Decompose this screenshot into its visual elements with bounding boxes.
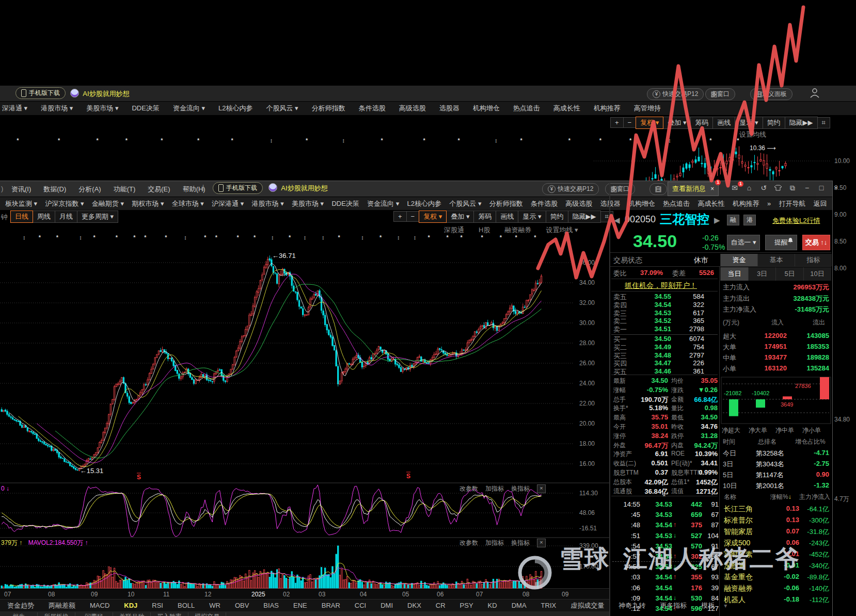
- grid-label: 外盘: [613, 441, 626, 450]
- indicator-tab-RSI[interactable]: RSI: [145, 602, 170, 609]
- kdj-ctrl-加指标[interactable]: 加指标: [485, 484, 504, 493]
- bottom-tab-买入胜率[interactable]: 买入胜率: [151, 612, 188, 616]
- bottom-tab-问董秘[interactable]: 问董秘: [75, 612, 113, 616]
- indicator-tab-虚拟成交量[interactable]: 虚拟成交量: [563, 601, 611, 610]
- month-tick-07: 07: [476, 591, 483, 598]
- indicator-tab-DKX[interactable]: DKX: [400, 602, 429, 609]
- trade-button[interactable]: 交易 ↑↓: [802, 235, 830, 250]
- period-日线[interactable]: 日线: [10, 210, 33, 223]
- indicator-tab-CCI[interactable]: CCI: [347, 602, 373, 609]
- rank-pct: 0.90: [798, 471, 829, 478]
- quote-tab-基本[interactable]: 基本: [757, 254, 795, 266]
- vol-ctrl-加指标[interactable]: 加指标: [485, 539, 504, 547]
- fg-nav-热点追击[interactable]: 热点追击: [663, 199, 690, 208]
- fg-nav-打开导航[interactable]: 打开导航: [779, 199, 805, 208]
- sector-pct: -0.18: [773, 595, 799, 603]
- undo-icon[interactable]: ↺: [758, 183, 769, 192]
- sector-pct: 0.13: [773, 516, 799, 524]
- flow-value: -31485万元: [767, 305, 829, 314]
- bottom-tab-关联品种[interactable]: 关联品种: [113, 612, 151, 616]
- fg-nav-返回[interactable]: 返回: [814, 199, 827, 208]
- rank-value: 第3258名: [756, 449, 784, 458]
- kdj-close-icon[interactable]: ×: [537, 484, 546, 493]
- tick-count: 87: [704, 521, 719, 529]
- sector-head-sort[interactable]: 涨幅%↓: [770, 493, 791, 501]
- sector-name[interactable]: 机器人: [724, 595, 746, 605]
- tick-price: 34.53: [645, 500, 672, 508]
- indicator-tab-KD[interactable]: KD: [481, 602, 504, 609]
- rank-value: 第2001名: [756, 481, 784, 491]
- indicator-tab-MACD[interactable]: MACD: [83, 602, 117, 609]
- grid-value: ▼0.26: [679, 386, 718, 394]
- indicator-tab-KDJ[interactable]: KDJ: [117, 602, 145, 609]
- fg-nav-机构增仓[interactable]: 机构增仓: [628, 199, 655, 208]
- kdj-ctrl-改参数[interactable]: 改参数: [459, 484, 478, 493]
- indicator-tab-WR[interactable]: WR: [202, 602, 228, 609]
- bottom-tab-相生[interactable]: 相生: [0, 612, 38, 616]
- watchlist-button[interactable]: 自选一 ▾: [727, 235, 760, 250]
- indicator-tab-资金趋势[interactable]: 资金趋势: [0, 601, 41, 610]
- fund-tab-10日[interactable]: 10日: [803, 267, 831, 281]
- indicator-tab-TRIX[interactable]: TRIX: [534, 602, 564, 609]
- svg-text:*: *: [461, 234, 463, 240]
- orderbook-volume: 226: [674, 359, 704, 367]
- indicator-tab-两融差额[interactable]: 两融差额: [41, 601, 83, 610]
- fg-custom-panel-button[interactable]: 自: [649, 183, 667, 195]
- home-icon[interactable]: ⌂: [743, 183, 755, 192]
- sector-name[interactable]: 智能家居: [724, 527, 753, 537]
- sector-name[interactable]: 标准普尔: [724, 516, 753, 525]
- restore-icon[interactable]: ⧉: [787, 183, 798, 192]
- skin-icon[interactable]: [772, 183, 784, 192]
- fund-tab-5日[interactable]: 5日: [775, 267, 803, 281]
- month-tick-10: 10: [128, 591, 134, 598]
- kdj-ctrl-换指标[interactable]: 换指标: [511, 484, 530, 493]
- tick-arrow: ↓: [673, 532, 676, 539]
- indicator-tab-ENE[interactable]: ENE: [286, 602, 314, 609]
- open-account-ad[interactable]: 抓住机会，即刻开户！: [625, 281, 697, 290]
- new-message-tooltip[interactable]: 查看新消息 × 1: [668, 182, 719, 196]
- svg-text:*: *: [568, 137, 571, 143]
- indicator-tab-BIAS[interactable]: BIAS: [256, 602, 286, 609]
- fg-nav-高成长性[interactable]: 高成长性: [698, 199, 724, 208]
- hk-connect-badge[interactable]: 港: [743, 215, 756, 225]
- bottom-tab-所属板块[interactable]: 所属板块: [38, 612, 75, 616]
- indicator-tab-PSY[interactable]: PSY: [453, 602, 481, 609]
- bottom-tab-模拟交易[interactable]: 模拟交易: [188, 612, 226, 616]
- svg-text:114.30: 114.30: [579, 490, 598, 497]
- month-tick-03: 03: [319, 591, 325, 598]
- margin-badge[interactable]: 融: [727, 215, 739, 225]
- indicator-tab-BRAR[interactable]: BRAR: [314, 602, 347, 609]
- fg-tool-复权[interactable]: 复权 ▾: [419, 210, 447, 223]
- tick-volume: 375: [679, 521, 702, 529]
- quote-tab-指标[interactable]: 指标: [795, 254, 832, 266]
- mail-icon[interactable]: ✉1: [729, 183, 740, 192]
- tick-time: :48: [613, 521, 640, 529]
- month-tick-09: 09: [562, 591, 568, 598]
- fg-nav-»[interactable]: »: [767, 200, 771, 207]
- indicator-tab-OBV[interactable]: OBV: [228, 602, 256, 609]
- minimize-icon[interactable]: −: [801, 183, 813, 192]
- svg-text:*: *: [520, 137, 522, 143]
- close-icon[interactable]: ×: [710, 185, 714, 192]
- fund-tab-3日[interactable]: 3日: [748, 267, 776, 281]
- indicator-tab-BOLL[interactable]: BOLL: [170, 602, 202, 609]
- orderbook-volume: 361: [674, 367, 704, 375]
- quote-tab-资金[interactable]: 资金: [720, 254, 757, 266]
- stock-prev-arrow[interactable]: ◀: [614, 216, 620, 225]
- maximize-icon[interactable]: □: [816, 183, 827, 192]
- indicator-tab-DMI[interactable]: DMI: [373, 602, 400, 609]
- bg-tool-复权[interactable]: 复权 ▾: [636, 117, 663, 129]
- sector-name[interactable]: 长江三角: [724, 505, 753, 514]
- sector-flow: -31.8亿: [799, 527, 829, 537]
- indicator-tab-DMA[interactable]: DMA: [504, 602, 534, 609]
- grid-value: 0.99%: [679, 468, 718, 476]
- vol-ctrl-改参数[interactable]: 改参数: [459, 539, 478, 547]
- fund-tab-当日[interactable]: 当日: [720, 267, 748, 281]
- stock-next-arrow[interactable]: ▶: [714, 216, 720, 225]
- alert-button[interactable]: 提醒: [765, 235, 797, 250]
- l2-link[interactable]: 免费体验L2行情: [772, 216, 820, 225]
- indicator-tab-CR[interactable]: CR: [429, 602, 453, 609]
- orderbook-volume: 754: [674, 343, 704, 351]
- svg-text:↕: ↕: [271, 234, 274, 240]
- fg-nav-机构推荐[interactable]: 机构推荐: [733, 199, 759, 208]
